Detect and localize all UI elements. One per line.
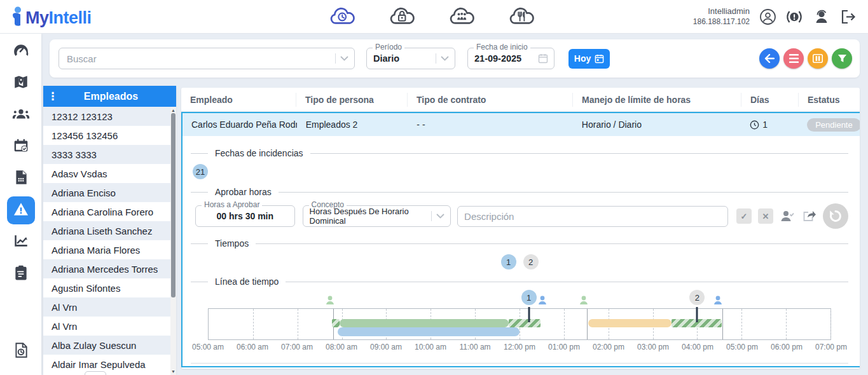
panel-menu-icon[interactable]: ⋮ — [43, 90, 62, 103]
alerts-icon[interactable] — [785, 8, 803, 25]
column-view-button[interactable] — [808, 48, 828, 69]
undo-icon — [828, 208, 843, 224]
scroll-up-icon[interactable]: ▲ — [170, 108, 176, 112]
search-input[interactable]: Buscar — [59, 48, 355, 69]
col-tipo-contrato[interactable]: Tipo de contrato — [407, 93, 572, 107]
scroll-down-icon[interactable]: ▼ — [170, 369, 176, 374]
person-marker-icon-green[interactable] — [326, 296, 334, 308]
report-export-icon — [13, 342, 29, 361]
reject-x-button[interactable]: ✕ — [758, 208, 773, 224]
col-dias[interactable]: Días — [741, 93, 798, 107]
sidebar-item-people[interactable] — [7, 101, 35, 129]
approve-check-button[interactable]: ✓ — [736, 208, 752, 224]
today-button[interactable]: Hoy — [568, 49, 610, 69]
sidebar-item-dashboard[interactable] — [7, 38, 35, 65]
chevron-down-icon[interactable] — [340, 56, 348, 61]
employee-list-item[interactable]: Adriana Enciso — [43, 183, 176, 202]
sidebar-item-tasks[interactable] — [7, 260, 35, 288]
incident-day-chip[interactable]: 21 — [193, 164, 208, 179]
concept-select[interactable]: Concepto Horas Después De Horario Domini… — [303, 205, 451, 227]
person-marker-icon-blue[interactable] — [713, 296, 722, 308]
timeline-axis-labels: 05:00 am06:00 am07:00 am08:00 am09:00 am… — [208, 343, 831, 354]
timeline-tick-label: 07:00 pm — [815, 343, 847, 351]
list-footer-button[interactable] — [85, 371, 106, 375]
sidebar-item-reports[interactable] — [7, 165, 35, 193]
employee-list-item[interactable]: Alba Zulay Suescun — [43, 336, 176, 355]
employee-list-item[interactable]: Adasv Vsdas — [43, 164, 176, 183]
chevron-down-icon[interactable] — [441, 56, 449, 61]
timeline-number-marker-2[interactable]: 2 — [689, 290, 705, 305]
support-icon[interactable] — [812, 8, 830, 25]
employee-list-item[interactable]: Aldair Imar Sepulveda — [43, 355, 176, 374]
sidebar-item-schedule[interactable] — [7, 133, 35, 161]
timeline-tick-label: 08:00 am — [326, 343, 357, 351]
timeline-bar-green-hatch[interactable] — [509, 319, 541, 327]
sidebar-item-export[interactable] — [7, 338, 35, 365]
cell-empleado: Carlos Eduardo Peña Rodrigu... — [183, 119, 297, 130]
table-row[interactable]: Carlos Eduardo Peña Rodrigu... Empleados… — [183, 112, 860, 136]
cloud-people-icon[interactable] — [447, 6, 476, 27]
table-header: Empleado Tipo de persona Tipo de contrat… — [181, 88, 860, 112]
col-estatus[interactable]: Estatus — [798, 93, 860, 107]
sidebar-item-analytics[interactable] — [7, 228, 35, 256]
period-label: Período — [373, 43, 404, 51]
employee-list-item[interactable]: 12312 123123 — [43, 107, 176, 126]
employee-list-item[interactable]: Adriana Liseth Sanchez — [43, 221, 176, 240]
person-check-icon[interactable] — [780, 208, 795, 224]
employee-list-item[interactable]: Adriana Maria Flores — [43, 240, 176, 259]
calendar-icon[interactable] — [538, 53, 548, 64]
timeline-number-marker-1[interactable]: 1 — [521, 290, 537, 305]
timeline-plot[interactable] — [208, 308, 831, 340]
time-chip-2[interactable]: 2 — [523, 254, 539, 269]
employee-list-item[interactable]: Adriana Mercedes Torres — [43, 259, 176, 278]
undo-button[interactable] — [823, 203, 848, 229]
sidebar-item-map[interactable] — [7, 69, 35, 97]
cloud-security-icon[interactable] — [387, 6, 417, 27]
start-date-label: Fecha de inicio — [474, 43, 530, 51]
timeline-tick-label: 07:00 am — [281, 343, 313, 351]
back-button[interactable] — [759, 48, 780, 69]
employee-list-item[interactable]: Al Vrn — [43, 297, 176, 317]
col-tipo-persona[interactable]: Tipo de persona — [296, 93, 407, 107]
start-date-field[interactable]: Fecha de inicio 21-09-2025 — [467, 48, 555, 69]
timeline-bar-green-hatch[interactable] — [332, 319, 340, 327]
timeline-tick-label: 03:00 pm — [637, 343, 669, 351]
employee-list-item[interactable]: Al Vrn — [43, 317, 176, 336]
col-empleado[interactable]: Empleado — [181, 93, 296, 107]
col-manejo-limite[interactable]: Manejo de límite de horas — [572, 93, 741, 107]
employee-list-item[interactable]: 3333 3333 — [43, 145, 176, 164]
person-marker-icon-blue[interactable] — [538, 296, 547, 308]
timeline-bar-blue[interactable] — [338, 327, 520, 336]
employee-list-item[interactable]: Agustin Sifontes — [43, 278, 176, 297]
profile-icon[interactable] — [759, 8, 776, 25]
employee-list-item[interactable]: Adriana Carolina Forero — [43, 202, 176, 221]
time-chip-1[interactable]: 1 — [501, 254, 516, 269]
sidebar-item-incidents[interactable] — [7, 196, 35, 224]
employee-list-item[interactable]: 123456 132456 — [43, 126, 176, 145]
app-logo[interactable]: MyIntelli — [0, 6, 92, 27]
timeline-tick-label: 09:00 am — [370, 343, 402, 351]
list-view-button[interactable] — [783, 48, 804, 69]
cloud-dining-icon[interactable] — [507, 6, 536, 27]
chevron-down-icon[interactable] — [436, 214, 444, 219]
myintelli-app: MyIntelli — [0, 0, 868, 375]
filter-button[interactable] — [832, 48, 852, 69]
gauge-icon — [13, 42, 29, 61]
cloud-time-icon[interactable] — [327, 6, 357, 27]
description-input[interactable] — [457, 206, 728, 227]
period-select[interactable]: Período Diario — [366, 48, 455, 69]
timeline-tick-label: 10:00 am — [415, 343, 446, 351]
cell-manejo: Horario / Diario — [573, 119, 741, 130]
timeline-marker-stem — [696, 307, 698, 322]
share-forward-icon[interactable] — [801, 208, 816, 224]
cell-tipo-contrato: - - — [408, 119, 573, 130]
timeline-bar-orange[interactable] — [588, 319, 672, 327]
clipboard-icon — [13, 264, 29, 283]
person-marker-icon-green[interactable] — [579, 296, 588, 308]
logout-icon[interactable] — [839, 8, 857, 25]
section-timeline: Línea de tiempo — [191, 276, 848, 287]
timeline-bar-green[interactable] — [340, 319, 508, 327]
employees-scrollbar[interactable]: ▲ ▼ — [170, 107, 176, 375]
scrollbar-thumb[interactable] — [171, 113, 176, 297]
hours-to-approve-field[interactable]: Horas a Aprobar 00 hrs 30 min — [195, 205, 295, 227]
